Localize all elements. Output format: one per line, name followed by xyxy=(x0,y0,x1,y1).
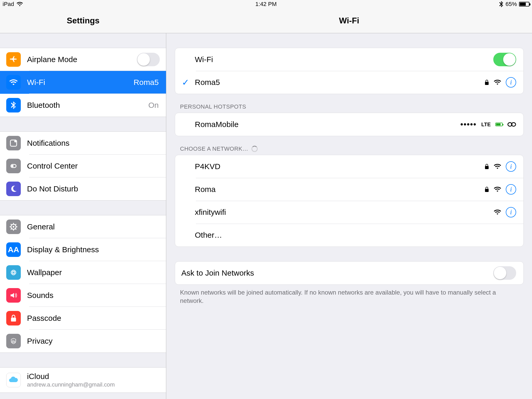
svg-rect-23 xyxy=(485,189,489,192)
wifi-signal-icon xyxy=(494,164,501,169)
svg-rect-18 xyxy=(11,318,16,322)
info-icon[interactable]: i xyxy=(506,207,516,217)
sidebar-item-label: Do Not Disturb xyxy=(27,184,160,193)
sidebar-item-general[interactable]: General xyxy=(0,215,166,238)
wifi-signal-icon xyxy=(494,79,501,85)
airplane-mode-toggle[interactable] xyxy=(137,53,160,66)
spinner-icon xyxy=(251,146,258,152)
lock-icon xyxy=(484,164,489,169)
info-icon[interactable]: i xyxy=(506,184,516,195)
detail-title-label: Wi-Fi xyxy=(339,16,359,25)
sidebar-item-icloud[interactable]: iCloud andrew.a.cunningham@gmail.com xyxy=(0,368,166,393)
sidebar-item-display-brightness[interactable]: AA Display & Brightness xyxy=(0,238,166,261)
ask-to-join-footer: Known networks will be joined automatica… xyxy=(180,288,518,305)
wifi-toggle-row: Wi-Fi xyxy=(175,48,523,71)
info-icon[interactable]: i xyxy=(506,77,516,88)
signal-dots-icon: ••••• xyxy=(460,120,477,129)
sidebar-item-label: Wallpaper xyxy=(27,268,160,277)
sidebar: Airplane Mode Wi-Fi Roma5 Bluetooth On xyxy=(0,33,166,399)
choose-network-header: CHOOSE A NETWORK… xyxy=(180,145,518,152)
sidebar-group-alerts: Notifications Control Center Do Not Dist… xyxy=(0,131,166,201)
sidebar-item-label: Privacy xyxy=(27,337,160,345)
choose-network-header-label: CHOOSE A NETWORK… xyxy=(180,145,248,152)
wifi-toggle[interactable] xyxy=(493,53,516,66)
hotspot-label: RomaMobile xyxy=(195,120,460,129)
sidebar-item-label: Bluetooth xyxy=(27,101,148,110)
lock-icon xyxy=(484,79,489,85)
icloud-icon xyxy=(6,373,21,387)
hotspot-battery-icon xyxy=(495,123,503,126)
ask-to-join-row: Ask to Join Networks xyxy=(175,262,523,284)
lock-icon xyxy=(6,311,21,325)
network-label: P4KVD xyxy=(195,162,484,171)
airplane-icon xyxy=(6,52,21,67)
privacy-icon xyxy=(6,334,21,348)
network-row-other[interactable]: Other… xyxy=(175,224,523,247)
sidebar-item-wallpaper[interactable]: Wallpaper xyxy=(0,261,166,284)
wifi-signal-icon xyxy=(494,187,501,192)
gear-icon xyxy=(6,220,21,234)
network-row[interactable]: P4KVD i xyxy=(175,155,523,178)
svg-line-13 xyxy=(15,224,16,225)
sidebar-item-label: iCloud xyxy=(27,372,115,381)
device-label: iPad xyxy=(3,1,14,8)
sidebar-item-bluetooth[interactable]: Bluetooth On xyxy=(0,94,166,117)
sidebar-title-label: Settings xyxy=(67,16,99,25)
sidebar-item-do-not-disturb[interactable]: Do Not Disturb xyxy=(0,177,166,200)
sidebar-item-notifications[interactable]: Notifications xyxy=(0,132,166,155)
wifi-toggle-panel: Wi-Fi ✓ Roma5 i xyxy=(175,48,524,94)
sidebar-item-passcode[interactable]: Passcode xyxy=(0,307,166,330)
notifications-icon xyxy=(6,136,21,150)
svg-line-10 xyxy=(11,224,11,225)
info-icon[interactable]: i xyxy=(506,161,516,172)
sidebar-item-label: Notifications xyxy=(27,139,160,148)
wifi-status-icon xyxy=(17,2,23,6)
display-icon: AA xyxy=(6,242,21,257)
svg-point-14 xyxy=(11,270,16,275)
current-network-row[interactable]: ✓ Roma5 i xyxy=(175,71,523,94)
wifi-signal-icon xyxy=(494,209,501,215)
sounds-icon xyxy=(6,288,21,303)
sidebar-item-label: Sounds xyxy=(27,291,160,300)
sidebar-item-wifi[interactable]: Wi-Fi Roma5 xyxy=(0,71,166,94)
networks-panel: P4KVD i Roma i xfinitywifi i xyxy=(175,155,524,247)
hotspots-panel: RomaMobile ••••• LTE xyxy=(175,113,524,136)
sidebar-title: Settings xyxy=(0,8,166,33)
hotspots-header-label: PERSONAL HOTSPOTS xyxy=(180,103,246,110)
ask-to-join-toggle[interactable] xyxy=(493,266,516,280)
network-row[interactable]: Roma i xyxy=(175,178,523,201)
sidebar-item-subtext: andrew.a.cunningham@gmail.com xyxy=(27,381,115,388)
sidebar-item-sounds[interactable]: Sounds xyxy=(0,284,166,307)
control-center-icon xyxy=(6,159,21,173)
checkmark-icon: ✓ xyxy=(180,77,191,88)
sidebar-item-privacy[interactable]: Privacy xyxy=(0,330,166,353)
sidebar-group-icloud: iCloud andrew.a.cunningham@gmail.com xyxy=(0,367,166,393)
bluetooth-status-icon xyxy=(499,1,503,7)
detail-pane: Wi-Fi ✓ Roma5 i PERSONAL HOTSPOTS RomaMo… xyxy=(167,33,532,399)
sidebar-group-connectivity: Airplane Mode Wi-Fi Roma5 Bluetooth On xyxy=(0,48,166,117)
sidebar-item-airplane-mode[interactable]: Airplane Mode xyxy=(0,48,166,71)
svg-point-3 xyxy=(11,165,14,167)
lte-badge: LTE xyxy=(481,122,491,128)
bluetooth-icon xyxy=(6,98,21,112)
sidebar-group-system: General AA Display & Brightness Wallpape… xyxy=(0,215,166,353)
wallpaper-icon xyxy=(6,265,21,280)
hotspots-header: PERSONAL HOTSPOTS xyxy=(180,103,518,110)
svg-line-11 xyxy=(15,229,16,229)
sidebar-item-label: Wi-Fi xyxy=(27,78,134,87)
svg-point-16 xyxy=(11,271,16,274)
svg-point-5 xyxy=(13,226,14,228)
moon-icon xyxy=(6,182,21,196)
sidebar-item-value: Roma5 xyxy=(134,78,159,87)
wifi-icon xyxy=(6,75,21,90)
hotspot-row[interactable]: RomaMobile ••••• LTE xyxy=(175,113,523,136)
sidebar-item-label: Airplane Mode xyxy=(27,55,137,64)
svg-line-12 xyxy=(11,229,11,229)
clock: 1:42 PM xyxy=(255,1,277,8)
sidebar-item-control-center[interactable]: Control Center xyxy=(0,155,166,177)
chain-link-icon xyxy=(507,122,516,127)
svg-point-15 xyxy=(12,271,15,274)
current-network-label: Roma5 xyxy=(195,78,484,87)
network-row[interactable]: xfinitywifi i xyxy=(175,201,523,224)
sidebar-item-label: Display & Brightness xyxy=(27,245,160,254)
